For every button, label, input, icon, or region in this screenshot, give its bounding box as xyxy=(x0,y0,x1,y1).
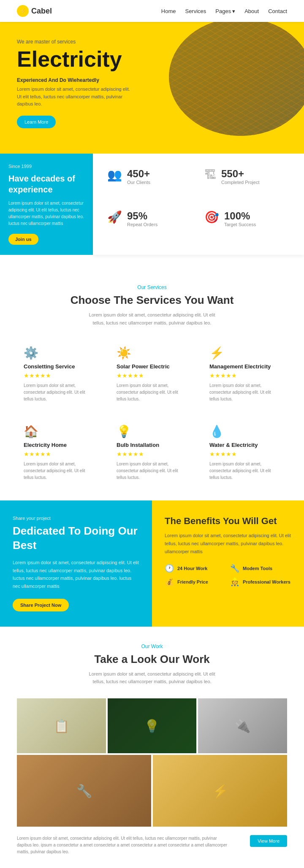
benefits-text: Lorem ipsum dolor sit amet, consectetur … xyxy=(165,532,291,555)
view-more-button[interactable]: View More xyxy=(250,835,287,847)
nav-links: Home Services Pages ▾ About Contact xyxy=(161,8,287,14)
work-grid-top: 📋 💡 🔌 xyxy=(17,698,287,753)
work-section: Our Work Take a Look Our Work Lorem ipsu… xyxy=(0,627,304,868)
nav-services[interactable]: Services xyxy=(185,8,206,14)
logo-icon: ⚡ xyxy=(17,5,29,17)
dedicated-text: Lorem ipsum dolor sit amet, consectetur … xyxy=(13,559,139,590)
stat-project-number: 550+ xyxy=(221,168,260,180)
benefit-workers: 👷 Professional Workers xyxy=(230,577,291,587)
work-long-text: Lorem ipsum dolor sit amet, consectetur … xyxy=(17,835,228,855)
stat-clients-number: 450+ xyxy=(127,168,150,180)
stat-project-label: Completed Project xyxy=(221,180,260,185)
project-icon xyxy=(204,168,216,182)
benefits-title: The Benefits You Will Get xyxy=(165,516,291,527)
benefit-24hour-label: 24 Hour Work xyxy=(177,566,207,571)
dedicated-left: Share your project Dedicated To Doing Ou… xyxy=(0,500,152,626)
logo[interactable]: ⚡ Cabel xyxy=(17,5,52,17)
services-section: Our Services Choose The Services You Wan… xyxy=(0,268,304,500)
service-solar-name: Solar Power Electric xyxy=(117,363,187,370)
clients-icon xyxy=(107,168,122,182)
service-bulb-text: Lorem ipsum dolor sit amet, consectetur … xyxy=(117,461,187,481)
logo-text: Cabel xyxy=(31,7,52,16)
stat-project: 550+ Completed Project xyxy=(198,162,296,204)
benefit-price-label: Friendly Price xyxy=(177,579,208,584)
work-desc: Lorem ipsum dolor sit amet, consectetur … xyxy=(84,670,220,686)
work-title: Take a Look Our Work xyxy=(17,653,287,666)
service-water: 💧 Water & Electricity ★★★★★ Lorem ipsum … xyxy=(203,418,287,488)
benefit-workers-label: Professional Workers xyxy=(243,579,290,584)
chevron-down-icon: ▾ xyxy=(232,8,235,14)
services-desc: Lorem ipsum dolor sit amet, consectetur … xyxy=(84,311,220,327)
stat-repeat-number: 95% xyxy=(127,210,157,222)
service-water-text: Lorem ipsum dolor sit amet, consectetur … xyxy=(209,461,280,481)
nav-home[interactable]: Home xyxy=(161,8,176,14)
stat-target-number: 100% xyxy=(224,210,256,222)
service-home-text: Lorem ipsum dolor sit amet, consectetur … xyxy=(24,461,95,481)
nav-pages[interactable]: Pages ▾ xyxy=(215,8,235,14)
service-solar: ☀️ Solar Power Electric ★★★★★ Lorem ipsu… xyxy=(110,339,194,409)
services-title: Choose The Services You Want xyxy=(17,294,287,307)
service-home-name: Electricity Home xyxy=(24,442,95,448)
service-home: 🏠 Electricity Home ★★★★★ Lorem ipsum dol… xyxy=(17,418,101,488)
service-management: ⚡ Management Electricity ★★★★★ Lorem ips… xyxy=(203,339,287,409)
service-consulting: ⚙️ Consletting Service ★★★★★ Lorem ipsum… xyxy=(17,339,101,409)
services-label: Our Services xyxy=(17,284,287,290)
benefits-panel: The Benefits You Will Get Lorem ipsum do… xyxy=(152,500,304,626)
service-management-name: Management Electricity xyxy=(209,363,280,370)
water-icon: 💧 xyxy=(209,425,280,438)
share-project-button[interactable]: Share Project Now xyxy=(13,599,69,611)
join-button[interactable]: Join us xyxy=(8,234,38,245)
tools-icon: 🔧 xyxy=(230,564,239,573)
work-grid-bottom: 🔧 ⚡ xyxy=(17,755,287,827)
work-image-3: 🔌 xyxy=(198,698,287,753)
work-text-row: Lorem ipsum dolor sit amet, consectetur … xyxy=(17,835,287,860)
hero-text: Lorem ipsum dolor sit amet, consectetur … xyxy=(17,86,135,108)
solar-icon: ☀️ xyxy=(117,346,187,360)
service-consulting-name: Consletting Service xyxy=(24,363,95,370)
service-consulting-text: Lorem ipsum dolor sit amet, consectetur … xyxy=(24,382,95,403)
cables-image xyxy=(169,22,304,136)
repeat-icon xyxy=(107,210,122,224)
dedicated-section: Share your project Dedicated To Doing Ou… xyxy=(0,500,304,626)
home-icon: 🏠 xyxy=(24,425,95,438)
benefit-24hour: 🕐 24 Hour Work xyxy=(165,564,226,573)
stats-right-panel: 450+ Our Clients 550+ Completed Project … xyxy=(93,154,304,255)
work-label: Our Work xyxy=(17,644,287,649)
nav-contact[interactable]: Contact xyxy=(268,8,287,14)
work-image-5: ⚡ xyxy=(153,755,287,827)
benefits-grid: 🕐 24 Hour Work 🔧 Modem Tools 💰 Friendly … xyxy=(165,564,291,587)
work-image-4: 🔧 xyxy=(17,755,151,827)
work-image-1: 📋 xyxy=(17,698,106,753)
clock-icon: 🕐 xyxy=(165,564,174,573)
benefit-price: 💰 Friendly Price xyxy=(165,577,226,587)
stat-target: 100% Target Success xyxy=(198,204,296,246)
hero-image xyxy=(169,22,304,136)
service-solar-text: Lorem ipsum dolor sit amet, consectetur … xyxy=(117,382,187,403)
nav-about[interactable]: About xyxy=(244,8,259,14)
services-grid: ⚙️ Consletting Service ★★★★★ Lorem ipsum… xyxy=(17,339,287,488)
target-icon xyxy=(204,210,219,224)
learn-more-button[interactable]: Learn More xyxy=(17,116,56,128)
stats-since: Since 1999 xyxy=(8,164,84,169)
management-icon: ⚡ xyxy=(209,346,280,360)
work-image-2: 💡 xyxy=(108,698,197,753)
dedicated-label: Share your project xyxy=(13,516,139,521)
consulting-icon: ⚙️ xyxy=(24,346,95,360)
stat-repeat: 95% Repeat Orders xyxy=(101,204,198,246)
benefit-tools-label: Modem Tools xyxy=(243,566,272,571)
service-bulb-name: Bulb Installation xyxy=(117,442,187,448)
service-management-text: Lorem ipsum dolor sit amet, consectetur … xyxy=(209,382,280,403)
stat-target-label: Target Success xyxy=(224,222,256,227)
stats-heading: Have decades of experience xyxy=(8,173,84,195)
dedicated-title: Dedicated To Doing Our Best xyxy=(13,524,139,553)
stats-section: Since 1999 Have decades of experience Lo… xyxy=(0,154,304,255)
service-bulb: 💡 Bulb Installation ★★★★★ Lorem ipsum do… xyxy=(110,418,194,488)
navbar: ⚡ Cabel Home Services Pages ▾ About Cont… xyxy=(0,0,304,22)
benefit-tools: 🔧 Modem Tools xyxy=(230,564,291,573)
stat-repeat-label: Repeat Orders xyxy=(127,222,157,227)
price-icon: 💰 xyxy=(165,577,174,587)
bulb-icon: 💡 xyxy=(117,425,187,438)
service-water-name: Water & Electricity xyxy=(209,442,280,448)
work-arrow[interactable]: → xyxy=(17,864,287,868)
stats-text: Lorem ipsum dolor sit amet, consectetur … xyxy=(8,200,84,227)
